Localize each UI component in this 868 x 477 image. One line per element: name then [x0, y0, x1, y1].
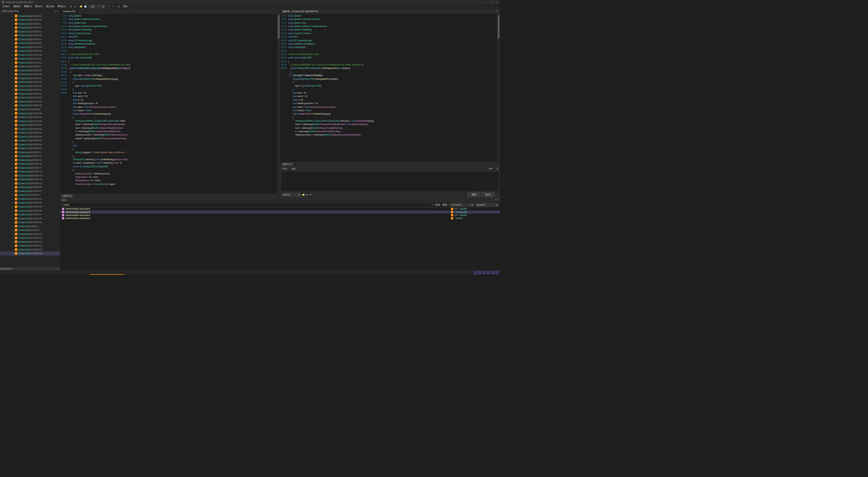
tab-description[interactable]: 描述 — [290, 167, 297, 171]
tree-item[interactable]: ▹GClass1180 @02000F76 — [0, 154, 60, 158]
tree-item[interactable]: ▹GClass1186 @02000F7D — [0, 177, 60, 182]
tree-item[interactable]: ▹GClass1205 @02000FAE — [0, 252, 60, 256]
sidebar-close-icon[interactable]: ▾ ✕ — [55, 10, 58, 13]
code-area-left[interactable]: 1 2 3 4 5 6 7 8 9 10 11 12 13 14 15 16 1… — [60, 14, 280, 193]
tree-item[interactable]: ▹GClass1155 @020012A9 — [0, 45, 60, 49]
search-files-select[interactable]: 所有文件 — [475, 203, 498, 206]
menu-edit[interactable]: 编辑(E) — [11, 4, 22, 9]
redo-icon[interactable]: ↷ — [111, 5, 115, 8]
tree-item[interactable]: ▹GClass1171 @02000F48 — [0, 115, 60, 119]
tree-item[interactable]: ▹GClass1176 @02000F43 — [0, 135, 60, 139]
tree-item[interactable]: ▹GClass1178 @02000F6B — [0, 143, 60, 147]
menu-view[interactable]: 视图(V) — [22, 4, 33, 9]
search-result-location[interactable]: EFT.EBuffId — [449, 207, 500, 210]
code-area-right[interactable]: 1 2 3 4 5 6 7 8 9 10 11 12 13 14 15 16 1… — [280, 14, 500, 162]
error-list[interactable] — [281, 171, 499, 191]
tree-item[interactable]: ▹GClass1204 @02000FD4 — [0, 248, 60, 252]
assembly-tree[interactable]: ▹GClass1148 @02000704▹GClass1149 @020005… — [0, 14, 60, 267]
tray-icon[interactable] — [478, 271, 481, 274]
zoom-select[interactable]: 100 % — [281, 163, 293, 166]
tree-item[interactable]: ▹GClass1173 @020012A9 — [0, 123, 60, 127]
tree-item[interactable]: ▹GClass1169 @02000F38 — [0, 103, 60, 108]
tree-item[interactable]: ▹GClass1181 @02000F70 — [0, 158, 60, 162]
tree-item[interactable]: ▹GClass1187 @02000F7E — [0, 182, 60, 186]
tree-item[interactable]: ▹GClass116 @0200026B — [0, 65, 60, 69]
tree-item[interactable]: ▹GClass1170 @02000F39 — [0, 111, 60, 115]
tree-item[interactable]: ▹GClass1157 @020012A8 — [0, 53, 60, 57]
editor-vscroll[interactable] — [277, 14, 280, 193]
tree-item[interactable]: ▹GClass1184 @02000F7A — [0, 170, 60, 174]
tree-item[interactable]: ▹GClass1202 @02000FD1 — [0, 240, 60, 244]
search-result[interactable]: AttentionEliteLuckySearch — [60, 214, 449, 217]
search-result-location[interactable]: EFT.EBuffId — [449, 214, 500, 217]
tree-item[interactable]: ▹GClass1159 @020012A4 — [0, 61, 60, 65]
forward-icon[interactable]: ▶ — [73, 5, 77, 8]
undo-icon[interactable]: ↶ — [107, 5, 110, 8]
maximize-button[interactable]: ▢ — [490, 1, 494, 3]
tree-item[interactable]: ▹GClass1149 @02000538 — [0, 18, 60, 22]
tree-item[interactable]: ▹GClass1161 @02000F2B — [0, 72, 60, 76]
search-scope-select[interactable]: 以上所有 — [450, 203, 474, 206]
open-file-icon[interactable]: 📁 — [302, 193, 305, 196]
back-icon[interactable]: ◀ — [69, 5, 72, 8]
tree-item[interactable]: ▹GClass1153 @02000F41 — [0, 38, 60, 42]
tree-item[interactable]: ▹GClass1158 @020012A1 — [0, 57, 60, 61]
tree-item[interactable]: ▹GClass1195 @02000F95 — [0, 205, 60, 209]
compile-button[interactable]: 编译 — [468, 192, 480, 197]
start-icon[interactable]: ▶ — [117, 5, 121, 8]
code-body[interactable]: using System; using System.Collections.G… — [68, 14, 277, 193]
options-icon[interactable]: ⟳ — [432, 204, 434, 206]
tree-item[interactable]: ▹GClass1201 @02000FD0 — [0, 236, 60, 240]
tray-icon[interactable] — [482, 271, 486, 274]
tray-icon[interactable] — [487, 271, 490, 274]
tree-item[interactable]: ▹GClass1165 @020012B1 — [0, 88, 60, 92]
search-results[interactable]: AttentionEliteLuckySearchAttentionEliteL… — [60, 207, 500, 270]
code-body[interactable]: using System; using System.Collections.G… — [288, 14, 497, 162]
tree-item[interactable]: ▹GClass1200 @02000FC1 — [0, 232, 60, 236]
tree-item[interactable]: ▹GClass1182 @02000F78 — [0, 162, 60, 166]
add-ref-icon[interactable]: ▦ — [306, 193, 308, 196]
tree-item[interactable]: ▹GClass115 @02000266 — [0, 22, 60, 26]
tree-item[interactable]: ▹GClass1193 @02000F92 — [0, 197, 60, 201]
csharp-icon[interactable]: C# — [309, 193, 312, 196]
search-input[interactable] — [62, 203, 431, 207]
editor-vscroll[interactable] — [497, 14, 500, 162]
resize-grip-icon[interactable]: ⋰ — [495, 193, 497, 196]
search-result-location[interactable]: \uE658 — [449, 217, 500, 220]
tree-item[interactable]: ▹GClass1197 @02000F97 — [0, 213, 60, 217]
tree-item[interactable]: ▹GClass12 @02000F0 — [0, 224, 60, 229]
menu-help[interactable]: 帮助(H) — [56, 4, 67, 9]
tree-item[interactable]: ▹GClass1151 @02000713 — [0, 30, 60, 34]
tree-item[interactable]: ▹GClass1177 @02000F46 — [0, 139, 60, 143]
tree-item[interactable]: ▹GClass1152 @02000F40 — [0, 33, 60, 38]
file-select[interactable]: main.cs — [281, 193, 301, 196]
editor-tab[interactable]: 编辑类 - GClass1205 @02000FAE — [280, 9, 495, 14]
sidebar-hscroll[interactable] — [0, 267, 60, 270]
start-button[interactable]: 启动 — [121, 4, 129, 9]
language-select[interactable]: C# — [89, 5, 105, 8]
tree-item[interactable]: ▹GClass1154 @020012B2 — [0, 41, 60, 45]
tree-item[interactable]: ▹GClass1174 @02000F3D — [0, 127, 60, 131]
tab-code[interactable]: 代码 — [281, 167, 288, 171]
tree-item[interactable]: ▹GClass1185 @02000F7B — [0, 174, 60, 178]
tree-item[interactable]: ▹GClass1179 @02000F75 — [0, 146, 60, 150]
menu-file[interactable]: 文件(F) — [1, 4, 11, 9]
tree-item[interactable]: ▹GClass1148 @02000704 — [0, 14, 60, 18]
menu-debug[interactable]: 调试(D) — [33, 4, 45, 9]
tree-item[interactable]: ▹GClass1198 @02000F99 — [0, 217, 60, 221]
tree-item[interactable]: ▹GClass1150 @02000530 — [0, 26, 60, 30]
tree-item[interactable]: ▹GClass119 @02000271 — [0, 193, 60, 197]
tray-icon[interactable] — [474, 271, 477, 274]
tree-item[interactable]: ▹GClass117 @0200026E — [0, 108, 60, 112]
editor-tab[interactable]: GClass1205 — [60, 9, 78, 14]
tree-item[interactable]: ▹GClass1188 @02000F96 — [0, 185, 60, 189]
tree-item[interactable]: ▹GClass1168 @020012A5 — [0, 100, 60, 104]
tree-item[interactable]: ▹GClass1164 @02000F3F — [0, 84, 60, 88]
minimize-button[interactable]: — — [485, 1, 489, 3]
search-result-location[interactable]: GClass1205 — [449, 211, 500, 214]
tree-item[interactable]: ▹GClass1172 @020012A5 — [0, 119, 60, 123]
tree-item[interactable]: ▹GClass120 @02000272 — [0, 228, 60, 232]
tree-item[interactable]: ▹GClass1194 @02000F99 — [0, 201, 60, 205]
cancel-button[interactable]: 取消 — [481, 192, 494, 197]
tree-item[interactable]: ▹GClass1175 @02000F3B — [0, 131, 60, 135]
